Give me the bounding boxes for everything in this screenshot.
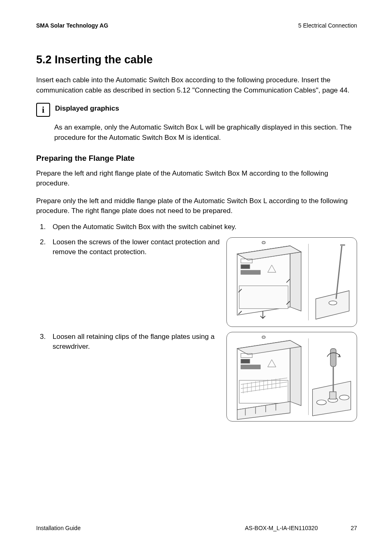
svg-rect-26 bbox=[241, 359, 250, 363]
svg-rect-20 bbox=[340, 244, 345, 246]
figure-contact-protection bbox=[226, 237, 357, 327]
flange-heading: Preparing the Flange Plate bbox=[36, 154, 357, 163]
footer-doc-id: AS-BOX-M_L-IA-IEN110320 bbox=[245, 525, 318, 531]
info-title: Displayed graphics bbox=[55, 103, 119, 113]
info-icon: i bbox=[36, 103, 50, 117]
info-callout: i Displayed graphics bbox=[36, 103, 357, 117]
svg-rect-8 bbox=[241, 270, 261, 274]
flange-p1: Prepare the left and right flange plate … bbox=[36, 169, 357, 189]
svg-point-5 bbox=[262, 241, 265, 244]
section-title: 5.2 Inserting the cable bbox=[36, 53, 357, 66]
svg-line-19 bbox=[336, 246, 342, 299]
figure-retaining-clips bbox=[226, 332, 357, 422]
header-company: SMA Solar Technology AG bbox=[36, 22, 108, 29]
svg-rect-7 bbox=[241, 264, 250, 269]
svg-point-49 bbox=[316, 400, 326, 405]
step-2-text: Loosen the screws of the lower contact p… bbox=[53, 237, 226, 257]
step-list: Open the Automatic Switch Box with the s… bbox=[36, 222, 357, 422]
svg-point-51 bbox=[339, 395, 349, 400]
header-chapter: 5 Electrical Connection bbox=[298, 22, 357, 29]
step-1: Open the Automatic Switch Box with the s… bbox=[48, 222, 357, 232]
step-3: Loosen all retaining clips of the flange… bbox=[48, 332, 357, 422]
svg-rect-53 bbox=[330, 348, 336, 366]
info-body: As an example, only the Automatic Switch… bbox=[54, 123, 357, 143]
page-header: SMA Solar Technology AG 5 Electrical Con… bbox=[36, 22, 357, 29]
svg-point-24 bbox=[262, 336, 265, 338]
footer-doc-type: Installation Guide bbox=[36, 525, 81, 531]
svg-marker-1 bbox=[290, 246, 301, 311]
svg-rect-52 bbox=[330, 392, 336, 399]
step-3-text: Loosen all retaining clips of the flange… bbox=[53, 332, 226, 352]
page-footer: Installation Guide AS-BOX-M_L-IA-IEN1103… bbox=[36, 525, 357, 531]
section-intro: Insert each cable into the Automatic Swi… bbox=[36, 75, 357, 95]
footer-page-number: 27 bbox=[350, 525, 357, 531]
svg-point-18 bbox=[329, 301, 337, 305]
svg-rect-27 bbox=[241, 365, 261, 369]
svg-marker-22 bbox=[290, 341, 301, 406]
step-1-text: Open the Automatic Switch Box with the s… bbox=[53, 223, 237, 231]
flange-p2: Prepare only the left and middle flange … bbox=[36, 196, 357, 216]
svg-rect-9 bbox=[239, 286, 288, 308]
step-2: Loosen the screws of the lower contact p… bbox=[48, 237, 357, 327]
